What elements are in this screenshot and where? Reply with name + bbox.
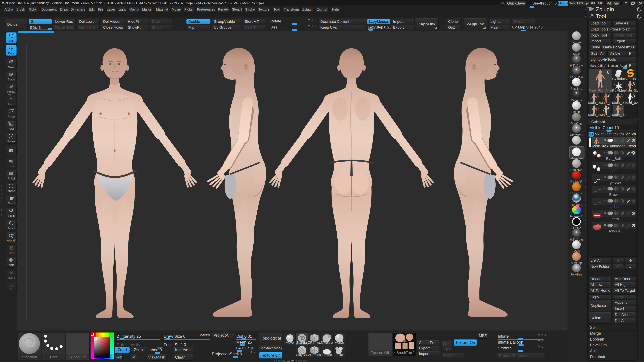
svg-text:x1: x1 bbox=[12, 221, 14, 223]
svg-text:Dynamic: Dynamic bbox=[8, 109, 14, 111]
svg-text:R: R bbox=[11, 85, 12, 87]
svg-text:S: S bbox=[11, 72, 12, 75]
svg-text:M: M bbox=[11, 60, 12, 62]
svg-text:Line Fill: Line Fill bbox=[8, 121, 14, 123]
